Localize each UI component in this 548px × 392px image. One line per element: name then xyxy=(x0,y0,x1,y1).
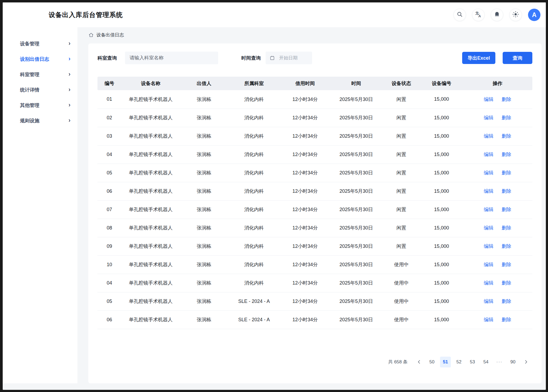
edit-link[interactable]: 编辑 xyxy=(484,152,493,157)
sidebar-item-device-lend-log[interactable]: 设别出借日志› xyxy=(3,51,77,67)
start-date-picker[interactable]: 开始日期 xyxy=(266,52,312,64)
search-icon xyxy=(456,11,463,19)
notifications-button[interactable] xyxy=(491,9,503,21)
cell-device-code: 15,000 xyxy=(420,310,463,329)
cell-date: 2025年5月30日 xyxy=(330,145,382,164)
page-item-active[interactable]: 51 xyxy=(440,357,451,367)
cell-device-code: 15,000 xyxy=(420,145,463,164)
delete-link[interactable]: 删除 xyxy=(502,299,511,304)
cell-status: 使用中 xyxy=(382,255,420,274)
table-header: 编号设备名称出借人所属科室借用时间时间设备状态设备编号操作 xyxy=(97,77,532,90)
table-row: 04单孔腔镜手术机器人张润栋消化内科12小时34分2025年5月30日使用中15… xyxy=(97,274,532,292)
delete-link[interactable]: 删除 xyxy=(502,115,511,120)
cell-status: 闲置 xyxy=(382,145,420,164)
query-button[interactable]: 查询 xyxy=(503,52,532,64)
delete-link[interactable]: 删除 xyxy=(502,207,511,212)
cell-device-code: 15,000 xyxy=(420,255,463,274)
main-layout: 设备管理›设别出借日志›科室管理›统计详情›其他管理›规则设施› 设备出借日志 xyxy=(3,27,546,390)
cell-device-name: 单孔腔镜手术机器人 xyxy=(121,292,180,310)
table-row: 07单孔腔镜手术机器人张润栋消化内科12小时34分2025年5月30日闲置15,… xyxy=(97,200,532,219)
edit-link[interactable]: 编辑 xyxy=(484,188,493,194)
delete-link[interactable]: 删除 xyxy=(502,317,511,322)
edit-link[interactable]: 编辑 xyxy=(484,207,493,212)
cell-duration: 12小时34分 xyxy=(280,145,330,164)
cell-device-code: 15,000 xyxy=(420,109,463,127)
cell-operations: 编辑删除 xyxy=(463,200,532,219)
delete-link[interactable]: 删除 xyxy=(502,262,511,267)
column-header: 所属科室 xyxy=(228,77,280,90)
delete-link[interactable]: 删除 xyxy=(502,170,511,175)
app-title: 设备出入库后台管理系统 xyxy=(49,11,123,19)
sidebar-item-device-management[interactable]: 设备管理› xyxy=(3,36,77,51)
cell-operations: 编辑删除 xyxy=(463,237,532,255)
cell-lender: 张润栋 xyxy=(180,109,228,127)
cell-device-name: 单孔腔镜手术机器人 xyxy=(121,200,180,219)
user-avatar[interactable]: A xyxy=(528,9,540,21)
language-button[interactable]: 文 A xyxy=(472,9,485,21)
edit-link[interactable]: 编辑 xyxy=(484,97,493,102)
page-item[interactable]: 90 xyxy=(508,357,518,367)
delete-link[interactable]: 删除 xyxy=(502,244,511,249)
cell-status: 闲置 xyxy=(382,200,420,219)
search-button[interactable] xyxy=(454,9,466,21)
column-header: 设备编号 xyxy=(420,77,463,90)
cell-no: 06 xyxy=(97,182,121,200)
sidebar-item-other-management[interactable]: 其他管理› xyxy=(3,97,77,113)
page-item[interactable]: 50 xyxy=(427,357,437,367)
table-row: 10单孔腔镜手术机器人张润栋消化内科12小时34分2025年5月30日使用中15… xyxy=(97,255,532,274)
cell-no: 08 xyxy=(97,219,121,237)
edit-link[interactable]: 编辑 xyxy=(484,244,493,249)
breadcrumb-label: 设备出借日志 xyxy=(96,32,124,38)
delete-link[interactable]: 删除 xyxy=(502,97,511,102)
edit-link[interactable]: 编辑 xyxy=(484,115,493,120)
page-item[interactable]: 52 xyxy=(454,357,464,367)
page-item[interactable]: 54 xyxy=(481,357,491,367)
cell-device-code: 15,000 xyxy=(420,90,463,109)
cell-device-name: 单孔腔镜手术机器人 xyxy=(121,90,180,109)
edit-link[interactable]: 编辑 xyxy=(484,317,493,322)
cell-department: 消化内科 xyxy=(228,90,280,109)
column-header: 设备状态 xyxy=(382,77,420,90)
app-surface: 设备出入库后台管理系统 文 A xyxy=(3,2,546,390)
cell-no: 01 xyxy=(97,90,121,109)
delete-link[interactable]: 删除 xyxy=(502,225,511,231)
dept-search-input[interactable] xyxy=(125,52,218,64)
export-excel-button[interactable]: 导出Excel xyxy=(462,52,495,64)
cell-department: SLE - 2024 - A xyxy=(228,292,280,310)
prev-page-button[interactable] xyxy=(414,357,424,367)
cell-department: 消化内科 xyxy=(228,237,280,255)
edit-link[interactable]: 编辑 xyxy=(484,280,493,286)
cell-device-code: 15,000 xyxy=(420,200,463,219)
table-row: 03单孔腔镜手术机器人张润栋消化内科12小时34分2025年5月30日闲置15,… xyxy=(97,127,532,145)
theme-button[interactable] xyxy=(509,9,522,21)
page-ellipsis: ··· xyxy=(494,357,505,367)
sidebar-item-rule-settings[interactable]: 规则设施› xyxy=(3,113,77,128)
table-row: 01单孔腔镜手术机器人张润栋消化内科12小时34分2025年5月30日闲置15,… xyxy=(97,90,532,109)
cell-duration: 12小时34分 xyxy=(280,310,330,329)
sidebar-item-label: 统计详情 xyxy=(20,87,39,93)
delete-link[interactable]: 删除 xyxy=(502,188,511,194)
sidebar-item-department-management[interactable]: 科室管理› xyxy=(3,67,77,82)
delete-link[interactable]: 删除 xyxy=(502,152,511,157)
edit-link[interactable]: 编辑 xyxy=(484,133,493,139)
delete-link[interactable]: 删除 xyxy=(502,133,511,139)
svg-text:A: A xyxy=(478,14,481,18)
sidebar-item-statistics-detail[interactable]: 统计详情› xyxy=(3,82,77,97)
delete-link[interactable]: 删除 xyxy=(502,280,511,286)
edit-link[interactable]: 编辑 xyxy=(484,225,493,231)
cell-lender: 张润栋 xyxy=(180,145,228,164)
cell-duration: 12小时34分 xyxy=(280,90,330,109)
cell-no: 05 xyxy=(97,292,121,310)
filter-buttons: 导出Excel 查询 xyxy=(462,52,532,64)
cell-device-name: 单孔腔镜手术机器人 xyxy=(121,182,180,200)
cell-duration: 12小时34分 xyxy=(280,182,330,200)
sidebar-item-label: 规则设施 xyxy=(20,117,39,124)
edit-link[interactable]: 编辑 xyxy=(484,299,493,304)
edit-link[interactable]: 编辑 xyxy=(484,262,493,267)
cell-department: 消化内科 xyxy=(228,219,280,237)
edit-link[interactable]: 编辑 xyxy=(484,170,493,175)
page-item[interactable]: 53 xyxy=(467,357,478,367)
next-page-button[interactable] xyxy=(521,357,531,367)
cell-no: 06 xyxy=(97,310,121,329)
column-header: 借用时间 xyxy=(280,77,330,90)
